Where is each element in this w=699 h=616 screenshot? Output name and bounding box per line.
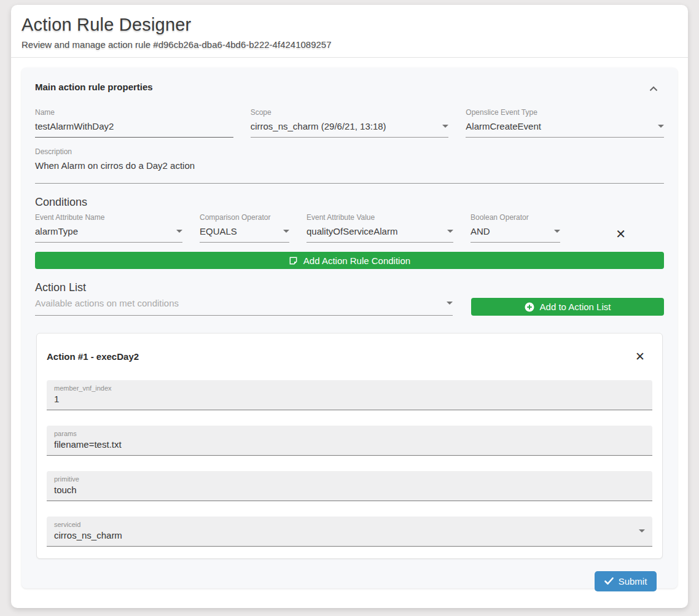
chevron-down-icon bbox=[639, 529, 645, 532]
main-container: Action Rule Designer Review and manage a… bbox=[11, 5, 688, 608]
event-attribute-value-field[interactable]: Event Attribute Value qualityOfServiceAl… bbox=[307, 213, 453, 243]
serviceid-field[interactable]: serviceid cirros_ns_charm bbox=[47, 517, 652, 547]
remove-action-button[interactable]: ✕ bbox=[635, 351, 645, 362]
scope-value: cirros_ns_charm (29/6/21, 13:18) bbox=[251, 121, 386, 131]
name-field[interactable]: Name testAlarmWithDay2 bbox=[35, 108, 233, 138]
page-header: Action Rule Designer Review and manage a… bbox=[11, 5, 688, 58]
description-field[interactable]: Description When Alarm on cirros do a Da… bbox=[35, 147, 664, 184]
main-fields-row: Name testAlarmWithDay2 Scope cirros_ns_c… bbox=[35, 108, 664, 138]
serviceid-label: serviceid bbox=[54, 521, 122, 528]
available-actions-field[interactable]: Available actions on met conditions bbox=[35, 298, 453, 316]
check-icon bbox=[604, 576, 614, 587]
primitive-field[interactable]: primitive touch bbox=[47, 471, 652, 501]
chevron-down-icon bbox=[447, 230, 453, 233]
description-input[interactable]: When Alarm on cirros do a Day2 action bbox=[35, 160, 664, 184]
add-to-action-list-label: Add to Action List bbox=[540, 302, 611, 312]
event-type-label: Openslice Event Type bbox=[466, 108, 664, 117]
remove-condition-button[interactable]: ✕ bbox=[615, 228, 626, 240]
chevron-down-icon bbox=[176, 230, 182, 233]
available-actions-placeholder: Available actions on met conditions bbox=[35, 298, 179, 308]
conditions-heading: Conditions bbox=[35, 196, 664, 209]
chevron-down-icon bbox=[658, 125, 664, 128]
event-attribute-value-select[interactable]: qualityOfServiceAlarm bbox=[307, 226, 453, 243]
description-value: When Alarm on cirros do a Day2 action bbox=[35, 160, 195, 171]
action-card: Action #1 - execDay2 ✕ member_vnf_index … bbox=[36, 333, 663, 559]
name-label: Name bbox=[35, 108, 233, 117]
chevron-down-icon bbox=[283, 230, 289, 233]
scope-select[interactable]: cirros_ns_charm (29/6/21, 13:18) bbox=[251, 121, 449, 138]
panel-header: Main action rule properties bbox=[35, 82, 664, 94]
event-attribute-value-value: qualityOfServiceAlarm bbox=[307, 226, 397, 236]
action-card-header: Action #1 - execDay2 ✕ bbox=[47, 351, 652, 362]
note-add-icon bbox=[289, 256, 298, 265]
event-attribute-name-field[interactable]: Event Attribute Name alarmType bbox=[35, 213, 182, 243]
available-actions-select[interactable]: Available actions on met conditions bbox=[35, 298, 453, 316]
page-title: Action Rule Designer bbox=[21, 15, 678, 35]
name-value: testAlarmWithDay2 bbox=[35, 121, 114, 131]
submit-button[interactable]: Submit bbox=[595, 571, 657, 591]
panel-title: Main action rule properties bbox=[35, 82, 153, 92]
action-list-heading: Action List bbox=[35, 281, 664, 294]
event-type-field[interactable]: Openslice Event Type AlarmCreateEvent bbox=[466, 108, 664, 138]
event-attribute-value-label: Event Attribute Value bbox=[307, 213, 453, 222]
comparison-operator-select[interactable]: EQUALS bbox=[200, 226, 289, 243]
scope-field[interactable]: Scope cirros_ns_charm (29/6/21, 13:18) bbox=[251, 108, 449, 138]
boolean-operator-label: Boolean Operator bbox=[471, 213, 560, 222]
boolean-operator-select[interactable]: AND bbox=[471, 226, 560, 243]
action-list-row: Available actions on met conditions Add … bbox=[35, 298, 664, 316]
params-value: filename=test.txt bbox=[54, 439, 122, 450]
event-attribute-name-select[interactable]: alarmType bbox=[35, 226, 182, 243]
close-icon: ✕ bbox=[635, 350, 645, 363]
chevron-up-icon bbox=[649, 83, 658, 93]
member-vnf-index-value: 1 bbox=[54, 394, 112, 404]
event-attribute-name-value: alarmType bbox=[35, 226, 78, 236]
chevron-down-icon bbox=[447, 302, 453, 305]
close-icon: ✕ bbox=[615, 227, 626, 241]
add-condition-button[interactable]: Add Action Rule Condition bbox=[35, 252, 664, 269]
boolean-operator-field[interactable]: Boolean Operator AND bbox=[471, 213, 560, 243]
plus-circle-icon bbox=[525, 302, 534, 312]
submit-label: Submit bbox=[619, 576, 647, 587]
event-type-select[interactable]: AlarmCreateEvent bbox=[466, 121, 664, 138]
serviceid-value: cirros_ns_charm bbox=[54, 530, 122, 540]
description-label: Description bbox=[35, 147, 664, 156]
chevron-down-icon bbox=[554, 230, 560, 233]
member-vnf-index-label: member_vnf_index bbox=[54, 384, 112, 392]
boolean-operator-value: AND bbox=[471, 226, 490, 236]
comparison-operator-label: Comparison Operator bbox=[200, 213, 289, 222]
add-to-action-list-button[interactable]: Add to Action List bbox=[471, 298, 664, 316]
name-input[interactable]: testAlarmWithDay2 bbox=[35, 121, 233, 138]
params-label: params bbox=[54, 430, 122, 437]
main-rule-panel: Main action rule properties Name testAla… bbox=[21, 68, 678, 588]
params-field[interactable]: params filename=test.txt bbox=[47, 426, 652, 456]
action-card-title: Action #1 - execDay2 bbox=[47, 351, 139, 362]
page-subtitle: Review and manage action rule #d96cb26a-… bbox=[21, 39, 678, 50]
primitive-value: touch bbox=[54, 485, 79, 495]
add-condition-label: Add Action Rule Condition bbox=[303, 255, 410, 266]
comparison-operator-value: EQUALS bbox=[200, 226, 237, 236]
collapse-panel-button[interactable] bbox=[649, 83, 658, 94]
member-vnf-index-field[interactable]: member_vnf_index 1 bbox=[47, 380, 652, 410]
scope-label: Scope bbox=[251, 108, 449, 117]
comparison-operator-field[interactable]: Comparison Operator EQUALS bbox=[200, 213, 289, 243]
primitive-label: primitive bbox=[54, 475, 79, 483]
event-attribute-name-label: Event Attribute Name bbox=[35, 213, 182, 222]
event-type-value: AlarmCreateEvent bbox=[466, 121, 541, 131]
submit-row: Submit bbox=[35, 571, 664, 591]
condition-row: Event Attribute Name alarmType Compariso… bbox=[35, 213, 664, 243]
chevron-down-icon bbox=[442, 125, 448, 128]
